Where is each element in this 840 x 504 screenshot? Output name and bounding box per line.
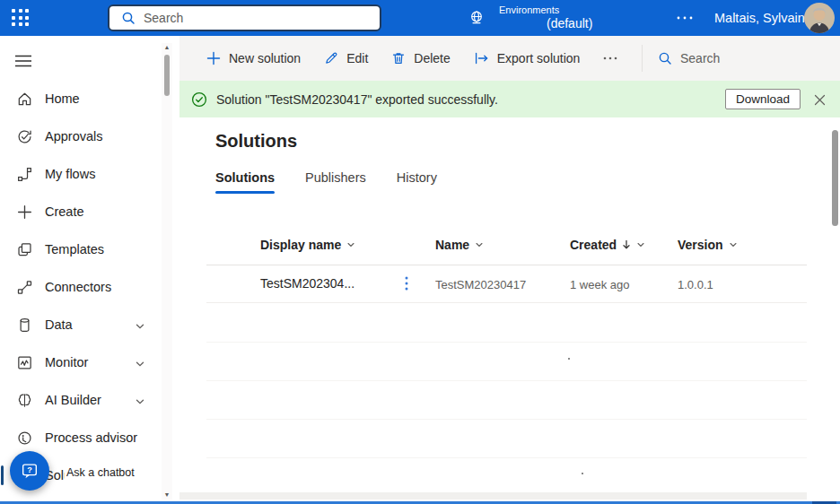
list-search-box[interactable] (658, 36, 815, 81)
column-header-name[interactable]: Name (435, 238, 484, 252)
tab-label: Publishers (305, 170, 366, 185)
header-more-button[interactable] (668, 0, 702, 36)
command-bar-more-button[interactable] (603, 56, 617, 60)
tab-solutions[interactable]: Solutions (215, 170, 275, 194)
avatar-photo (804, 3, 835, 33)
row-created: 1 week ago (570, 278, 630, 291)
sidebar-item-label: AI Builder (45, 393, 101, 407)
chatbot-tooltip: Ask a chatbot (65, 465, 139, 482)
sidebar-item-connectors[interactable]: Connectors (0, 268, 162, 306)
sidebar-item-monitor[interactable]: Monitor (0, 343, 162, 381)
sidebar-item-approvals[interactable]: Approvals (0, 117, 162, 155)
process-advisor-icon (15, 429, 33, 447)
download-button[interactable]: Download (725, 89, 801, 109)
search-icon (658, 51, 672, 65)
button-label: Edit (346, 51, 368, 65)
sidebar-item-label: Approvals (45, 129, 102, 143)
row-more-commands-button[interactable] (400, 275, 413, 291)
ai-builder-icon (15, 391, 33, 409)
sidebar-item-templates[interactable]: Templates (0, 230, 162, 268)
chevron-down-icon (346, 240, 355, 249)
templates-icon (15, 240, 33, 258)
pencil-icon (324, 51, 338, 65)
edit-button[interactable]: Edit (324, 51, 368, 65)
button-label: Delete (414, 51, 450, 65)
sidebar-scrollbar[interactable]: ▲ ▼ (162, 43, 172, 500)
user-avatar[interactable] (804, 3, 835, 33)
horizontal-scrollbar-track[interactable] (179, 492, 807, 500)
sidebar-item-create[interactable]: Create (0, 193, 162, 230)
tab-bar: Solutions Publishers History (215, 170, 437, 194)
app-launcher-icon[interactable] (12, 9, 29, 26)
chevron-down-icon (475, 240, 484, 249)
environments-label: Environments (499, 4, 559, 15)
tab-label: History (397, 170, 437, 185)
connectors-icon (15, 278, 33, 296)
row-name: TestSM20230417 (435, 278, 526, 291)
button-label: New solution (229, 51, 301, 65)
flows-icon (15, 165, 33, 183)
global-search-box[interactable] (108, 4, 381, 31)
chevron-down-icon (636, 240, 645, 249)
sidebar-item-label: Monitor (45, 355, 88, 369)
export-solution-button[interactable]: Export solution (474, 51, 581, 65)
environment-name: (default) (547, 16, 592, 30)
tab-history[interactable]: History (397, 170, 437, 194)
delete-button[interactable]: Delete (391, 51, 450, 65)
toolbar-divider (642, 45, 643, 72)
sidebar-item-home[interactable]: Home (0, 80, 162, 117)
svg-text:?: ? (27, 465, 32, 474)
main-scrollbar-thumb[interactable] (832, 130, 838, 226)
sidebar-scrollbar-thumb[interactable] (164, 55, 170, 96)
active-tab-underline (215, 191, 275, 194)
table-divider (206, 302, 807, 303)
tab-publishers[interactable]: Publishers (305, 170, 366, 194)
column-header-created[interactable]: Created (570, 238, 645, 252)
sidebar-item-my-flows[interactable]: My flows (0, 155, 162, 193)
environment-picker[interactable]: Environments (default) (459, 0, 619, 36)
plus-icon (15, 203, 33, 221)
sidebar-item-label: Home (45, 91, 80, 106)
artifact-dot (582, 473, 583, 474)
environment-globe-icon (468, 9, 486, 27)
kebab-icon (405, 276, 408, 291)
close-icon (814, 94, 826, 106)
chatbot-fab-button[interactable]: ? (10, 451, 49, 491)
column-label: Name (435, 238, 469, 252)
table-divider (206, 457, 807, 458)
sidebar-item-ai-builder[interactable]: AI Builder (0, 381, 162, 419)
chevron-down-icon (135, 319, 145, 335)
list-search-input[interactable] (680, 51, 815, 65)
column-header-display-name[interactable]: Display name (260, 238, 355, 252)
page-title: Solutions (215, 131, 297, 152)
sidebar-item-label: Templates (45, 242, 104, 256)
banner-close-button[interactable] (809, 90, 829, 109)
table-divider (206, 342, 807, 343)
success-check-icon (191, 91, 207, 108)
collapse-nav-button[interactable] (12, 49, 35, 73)
new-solution-button[interactable]: New solution (206, 51, 301, 65)
artifact-dot (568, 358, 570, 360)
scroll-down-arrow[interactable]: ▼ (162, 491, 172, 500)
chevron-down-icon (135, 357, 145, 373)
nav-items: Home Approvals My flows Create Templates… (0, 80, 162, 494)
table-divider (206, 419, 807, 420)
column-label: Display name (260, 238, 341, 252)
trash-icon (391, 51, 406, 65)
scroll-up-arrow[interactable]: ▲ (162, 43, 172, 52)
banner-message: Solution "TestSM20230417" exported succe… (216, 92, 498, 107)
sidebar-item-label: Create (45, 204, 84, 219)
home-icon (15, 90, 33, 108)
global-search-input[interactable] (144, 11, 359, 25)
column-header-version[interactable]: Version (678, 238, 738, 252)
table-divider (206, 265, 807, 265)
selected-indicator (1, 465, 4, 485)
sidebar-item-label: Connectors (45, 280, 111, 294)
sidebar-item-data[interactable]: Data (0, 306, 162, 343)
plus-icon (206, 51, 221, 65)
row-display-name-link[interactable]: TestSM202304... (260, 276, 354, 291)
left-nav-sidebar: Home Approvals My flows Create Templates… (0, 36, 172, 501)
export-icon (474, 51, 489, 65)
sidebar-item-label: My flows (45, 167, 95, 181)
column-label: Version (678, 238, 723, 252)
